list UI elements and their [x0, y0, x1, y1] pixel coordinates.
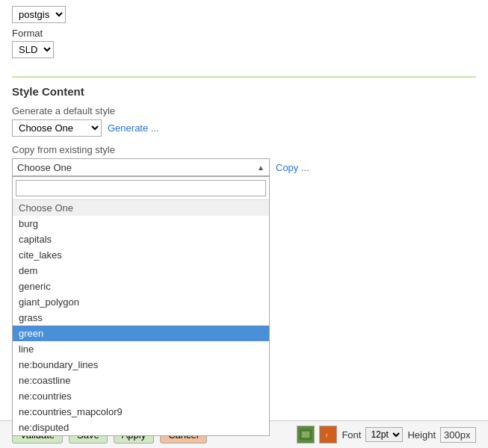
copy-label: Copy from existing style: [12, 144, 476, 155]
copy-dropdown-value: Choose One: [17, 162, 72, 173]
copy-link[interactable]: Copy ...: [276, 162, 309, 173]
svg-rect-1: [302, 432, 309, 438]
search-box-wrap: [13, 177, 269, 200]
font-select[interactable]: 12pt 10pt 14pt: [365, 427, 403, 442]
list-item[interactable]: capitals: [13, 231, 269, 247]
format-label: Format: [12, 28, 476, 39]
section-divider: [12, 76, 476, 78]
toolbar-icon-right[interactable]: !: [319, 426, 337, 444]
list-item[interactable]: cite_lakes: [13, 247, 269, 263]
toolbar-icon-left[interactable]: [297, 426, 315, 444]
list-item[interactable]: generic: [13, 279, 269, 294]
datasource-section: postgis Format SLD: [0, 0, 488, 69]
list-item[interactable]: burg: [13, 216, 269, 231]
datasource-row: postgis: [12, 6, 476, 23]
font-label: Font: [342, 429, 361, 441]
copy-dropdown-panel: Choose Oneburgcapitalscite_lakesdemgener…: [12, 176, 270, 436]
format-row: SLD: [12, 41, 476, 58]
dropdown-list: Choose Oneburgcapitalscite_lakesdemgener…: [13, 200, 269, 435]
list-item[interactable]: ne:coastline: [13, 373, 269, 388]
copy-dropdown-wrapper: Choose One ▲ Choose Oneburgcapitalscite_…: [12, 158, 270, 176]
height-label: Height: [407, 429, 436, 441]
format-group: Format SLD: [12, 28, 476, 58]
copy-from-top: Choose One ▲ Choose Oneburgcapitalscite_…: [12, 158, 476, 176]
generate-label: Generate a default style: [12, 105, 476, 116]
list-item[interactable]: ne:countries: [13, 388, 269, 404]
list-item[interactable]: ne:countries_mapcolor9: [13, 404, 269, 420]
copy-group: Copy from existing style Choose One ▲ Ch…: [12, 144, 476, 176]
list-item[interactable]: line: [13, 341, 269, 357]
dropdown-search-input[interactable]: [16, 180, 266, 196]
list-item[interactable]: green: [13, 326, 269, 341]
list-item[interactable]: dem: [13, 263, 269, 279]
generate-row: Choose One Generate ...: [12, 119, 476, 137]
svg-text:!: !: [326, 432, 327, 439]
copy-dropdown-selected[interactable]: Choose One ▲: [12, 158, 270, 176]
style-content-section: Style Content Generate a default style C…: [0, 85, 488, 176]
height-value: 300px: [440, 427, 476, 443]
generate-link[interactable]: Generate ...: [108, 122, 159, 134]
list-item[interactable]: ne:boundary_lines: [13, 357, 269, 373]
font-section: ! Font 12pt 10pt 14pt Height 300px: [297, 426, 476, 444]
list-item[interactable]: ne:disputed: [13, 420, 269, 435]
list-item[interactable]: giant_polygon: [13, 294, 269, 310]
svg-point-2: [324, 430, 333, 439]
format-select[interactable]: SLD: [12, 41, 54, 58]
dropdown-arrow-icon: ▲: [257, 164, 265, 172]
list-item[interactable]: grass: [13, 310, 269, 326]
section-title: Style Content: [12, 85, 476, 98]
generate-select[interactable]: Choose One: [12, 119, 102, 137]
datasource-select[interactable]: postgis: [12, 6, 66, 23]
list-item[interactable]: Choose One: [13, 200, 269, 216]
generate-group: Generate a default style Choose One Gene…: [12, 105, 476, 137]
